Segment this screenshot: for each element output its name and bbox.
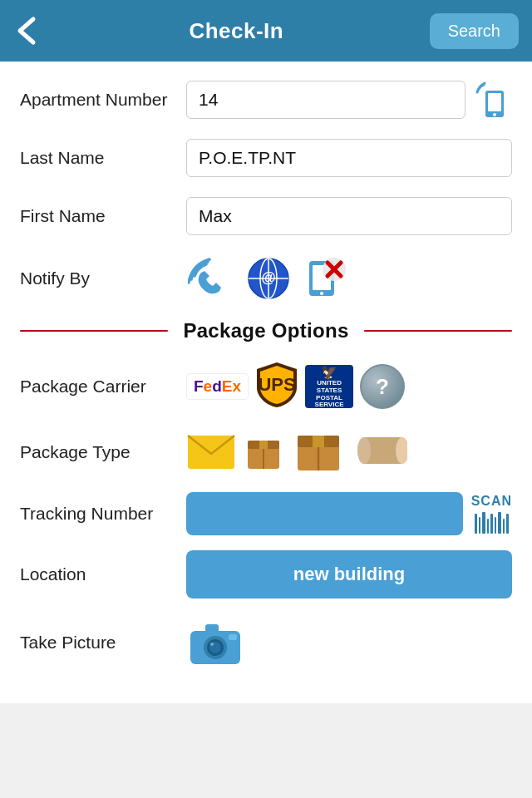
location-label: Location [20,564,186,584]
notify-phone-icon[interactable] [186,253,238,304]
takepic-control [186,613,512,672]
ups-carrier-icon[interactable]: UPS [255,361,298,412]
svg-rect-19 [259,441,268,449]
svg-point-10 [320,292,323,295]
apartment-label: Apartment Number [20,89,186,110]
lastname-input[interactable] [186,139,512,177]
usps-carrier-icon[interactable]: 🦅 UNITED STATESPOSTAL SERVICE [305,365,353,408]
svg-text:@: @ [261,269,276,286]
notify-icons-group: @ [186,253,351,304]
notifyby-control: @ [186,253,512,304]
scan-label: SCAN [471,494,512,509]
main-content: Apartment Number Last Name [0,62,532,703]
firstname-label: First Name [20,205,186,226]
svg-point-27 [357,437,371,464]
lastname-label: Last Name [20,147,186,168]
notify-email-icon[interactable]: @ [243,253,294,304]
page-title: Check-In [189,18,283,44]
divider-left [20,330,168,332]
type-control [186,427,512,477]
tube-type-icon[interactable] [356,434,407,470]
envelope-type-icon[interactable] [186,429,236,475]
notify-no-sms-icon[interactable] [299,253,351,304]
carrier-label: Package Carrier [20,376,186,397]
carrier-icons-group: FedEx UPS 🦅 UNITED STATESPOSTAL SERVICE [186,361,405,412]
lastname-control [186,139,512,177]
tracking-row: Tracking Number SCAN [20,492,512,535]
firstname-control [186,197,512,235]
location-row: Location new building [20,550,512,598]
scan-area[interactable]: SCAN [471,494,512,534]
takepic-label: Take Picture [20,632,186,653]
unknown-carrier-icon[interactable]: ? [360,364,405,409]
location-button[interactable]: new building [186,550,512,598]
fedex-carrier-icon[interactable]: FedEx [186,373,249,400]
svg-rect-23 [313,436,324,447]
barcode-icon [475,510,509,534]
svg-rect-34 [229,634,237,640]
apartment-control [186,79,512,121]
takepic-row: Take Picture [20,613,512,672]
lastname-row: Last Name [20,136,512,180]
apartment-row: Apartment Number [20,78,512,121]
svg-point-32 [210,643,214,646]
divider-right [364,330,512,332]
package-section-title: Package Options [183,319,348,342]
package-type-icons [186,427,407,477]
svg-rect-33 [205,624,219,633]
svg-rect-1 [488,93,501,111]
svg-text:UPS: UPS [258,374,295,395]
tracking-input-group: SCAN [186,492,512,535]
tracking-control: SCAN [186,492,512,535]
header: Check-In Search [0,0,532,62]
firstname-input[interactable] [186,197,512,235]
camera-button[interactable] [186,613,244,672]
large-box-type-icon[interactable] [296,427,347,477]
phone-scan-icon[interactable] [474,79,512,121]
tracking-number-input[interactable] [186,492,463,535]
type-label: Package Type [20,441,186,462]
notifyby-row: Notify By [20,253,512,304]
tracking-label: Tracking Number [20,503,186,524]
carrier-row: Package Carrier FedEx UPS [20,361,512,412]
location-control: new building [186,550,512,598]
notifyby-label: Notify By [20,268,186,288]
back-button[interactable] [13,16,43,46]
package-section-divider: Package Options [20,319,512,342]
apartment-input[interactable] [186,81,466,119]
type-row: Package Type [20,427,512,477]
search-button[interactable]: Search [430,13,519,49]
firstname-row: First Name [20,195,512,238]
carrier-control: FedEx UPS 🦅 UNITED STATESPOSTAL SERVICE [186,361,512,412]
svg-point-2 [493,113,496,116]
small-box-type-icon[interactable] [244,429,288,475]
